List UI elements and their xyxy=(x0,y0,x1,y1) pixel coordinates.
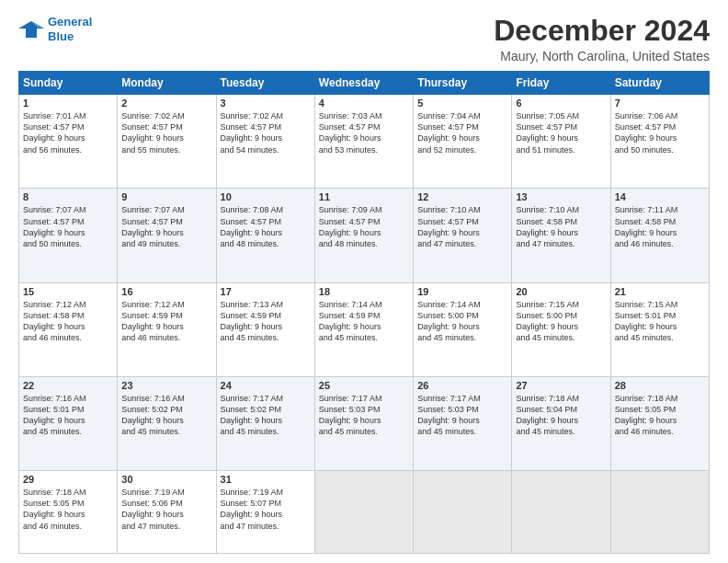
calendar-cell: 17Sunrise: 7:13 AM Sunset: 4:59 PM Dayli… xyxy=(216,282,314,376)
day-number: 30 xyxy=(121,474,211,485)
day-number: 14 xyxy=(615,191,705,202)
day-number: 7 xyxy=(615,98,705,109)
day-info: Sunrise: 7:17 AM Sunset: 5:02 PM Dayligh… xyxy=(221,393,311,438)
day-number: 3 xyxy=(221,98,311,109)
day-info: Sunrise: 7:17 AM Sunset: 5:03 PM Dayligh… xyxy=(417,393,507,438)
logo: General Blue xyxy=(18,15,92,43)
title-area: December 2024 Maury, North Carolina, Uni… xyxy=(494,15,710,63)
day-number: 11 xyxy=(319,191,409,202)
day-number: 4 xyxy=(319,98,409,109)
calendar-cell: 9Sunrise: 7:07 AM Sunset: 4:57 PM Daylig… xyxy=(118,189,216,282)
day-number: 9 xyxy=(121,191,211,202)
day-number: 6 xyxy=(516,98,606,109)
day-info: Sunrise: 7:13 AM Sunset: 4:59 PM Dayligh… xyxy=(221,299,311,344)
day-info: Sunrise: 7:15 AM Sunset: 5:00 PM Dayligh… xyxy=(516,299,606,344)
day-info: Sunrise: 7:11 AM Sunset: 4:58 PM Dayligh… xyxy=(615,204,705,249)
calendar-cell: 10Sunrise: 7:08 AM Sunset: 4:57 PM Dayli… xyxy=(216,189,314,282)
day-number: 22 xyxy=(23,380,113,391)
day-info: Sunrise: 7:05 AM Sunset: 4:57 PM Dayligh… xyxy=(516,110,606,155)
calendar-cell: 19Sunrise: 7:14 AM Sunset: 5:00 PM Dayli… xyxy=(414,282,512,376)
day-number: 28 xyxy=(615,380,705,391)
calendar-cell: 3Sunrise: 7:02 AM Sunset: 4:57 PM Daylig… xyxy=(216,95,314,189)
day-number: 26 xyxy=(417,380,507,391)
calendar-header-friday: Friday xyxy=(512,72,610,95)
calendar-cell: 11Sunrise: 7:09 AM Sunset: 4:57 PM Dayli… xyxy=(314,189,413,282)
calendar-cell: 21Sunrise: 7:15 AM Sunset: 5:01 PM Dayli… xyxy=(610,282,709,376)
day-info: Sunrise: 7:07 AM Sunset: 4:57 PM Dayligh… xyxy=(23,204,113,249)
calendar-week-5: 29Sunrise: 7:18 AM Sunset: 5:05 PM Dayli… xyxy=(19,471,710,554)
day-info: Sunrise: 7:08 AM Sunset: 4:57 PM Dayligh… xyxy=(221,204,311,249)
day-info: Sunrise: 7:15 AM Sunset: 5:01 PM Dayligh… xyxy=(615,299,705,344)
day-number: 12 xyxy=(417,191,507,202)
calendar-cell: 20Sunrise: 7:15 AM Sunset: 5:00 PM Dayli… xyxy=(512,282,610,376)
day-info: Sunrise: 7:18 AM Sunset: 5:04 PM Dayligh… xyxy=(516,393,606,438)
day-number: 21 xyxy=(615,286,705,297)
main-title: December 2024 xyxy=(494,15,710,47)
calendar-cell: 18Sunrise: 7:14 AM Sunset: 4:59 PM Dayli… xyxy=(314,282,413,376)
day-info: Sunrise: 7:02 AM Sunset: 4:57 PM Dayligh… xyxy=(221,110,311,155)
calendar-cell: 4Sunrise: 7:03 AM Sunset: 4:57 PM Daylig… xyxy=(314,95,413,189)
calendar-week-1: 1Sunrise: 7:01 AM Sunset: 4:57 PM Daylig… xyxy=(19,95,710,189)
day-info: Sunrise: 7:19 AM Sunset: 5:06 PM Dayligh… xyxy=(121,487,211,532)
calendar-cell: 30Sunrise: 7:19 AM Sunset: 5:06 PM Dayli… xyxy=(118,471,216,554)
day-info: Sunrise: 7:01 AM Sunset: 4:57 PM Dayligh… xyxy=(23,110,113,155)
calendar-cell: 26Sunrise: 7:17 AM Sunset: 5:03 PM Dayli… xyxy=(414,376,512,470)
day-info: Sunrise: 7:09 AM Sunset: 4:57 PM Dayligh… xyxy=(319,204,409,249)
calendar-cell xyxy=(610,471,709,554)
calendar-cell: 6Sunrise: 7:05 AM Sunset: 4:57 PM Daylig… xyxy=(512,95,610,189)
day-number: 23 xyxy=(121,380,211,391)
day-info: Sunrise: 7:07 AM Sunset: 4:57 PM Dayligh… xyxy=(121,204,211,249)
day-info: Sunrise: 7:10 AM Sunset: 4:58 PM Dayligh… xyxy=(516,204,606,249)
calendar-header-sunday: Sunday xyxy=(19,72,118,95)
day-number: 8 xyxy=(23,191,113,202)
calendar-cell: 13Sunrise: 7:10 AM Sunset: 4:58 PM Dayli… xyxy=(512,189,610,282)
calendar-header-monday: Monday xyxy=(118,72,216,95)
day-info: Sunrise: 7:03 AM Sunset: 4:57 PM Dayligh… xyxy=(319,110,409,155)
calendar-cell: 12Sunrise: 7:10 AM Sunset: 4:57 PM Dayli… xyxy=(414,189,512,282)
day-number: 19 xyxy=(417,286,507,297)
day-info: Sunrise: 7:04 AM Sunset: 4:57 PM Dayligh… xyxy=(417,110,507,155)
day-number: 24 xyxy=(221,380,311,391)
day-number: 25 xyxy=(319,380,409,391)
day-info: Sunrise: 7:18 AM Sunset: 5:05 PM Dayligh… xyxy=(23,487,113,532)
calendar-cell: 31Sunrise: 7:19 AM Sunset: 5:07 PM Dayli… xyxy=(216,471,314,554)
calendar-week-4: 22Sunrise: 7:16 AM Sunset: 5:01 PM Dayli… xyxy=(19,376,710,470)
calendar-cell xyxy=(512,471,610,554)
day-number: 27 xyxy=(516,380,606,391)
day-number: 13 xyxy=(516,191,606,202)
day-number: 10 xyxy=(221,191,311,202)
calendar-header-saturday: Saturday xyxy=(610,72,709,95)
day-info: Sunrise: 7:06 AM Sunset: 4:57 PM Dayligh… xyxy=(615,110,705,155)
day-info: Sunrise: 7:19 AM Sunset: 5:07 PM Dayligh… xyxy=(221,487,311,532)
day-info: Sunrise: 7:12 AM Sunset: 4:59 PM Dayligh… xyxy=(121,299,211,344)
calendar-cell: 25Sunrise: 7:17 AM Sunset: 5:03 PM Dayli… xyxy=(314,376,413,470)
calendar-week-2: 8Sunrise: 7:07 AM Sunset: 4:57 PM Daylig… xyxy=(19,189,710,282)
day-number: 17 xyxy=(221,286,311,297)
day-info: Sunrise: 7:17 AM Sunset: 5:03 PM Dayligh… xyxy=(319,393,409,438)
day-number: 29 xyxy=(23,474,113,485)
day-info: Sunrise: 7:10 AM Sunset: 4:57 PM Dayligh… xyxy=(417,204,507,249)
calendar-header-row: SundayMondayTuesdayWednesdayThursdayFrid… xyxy=(19,72,710,95)
day-number: 15 xyxy=(23,286,113,297)
calendar-cell: 23Sunrise: 7:16 AM Sunset: 5:02 PM Dayli… xyxy=(118,376,216,470)
day-info: Sunrise: 7:16 AM Sunset: 5:02 PM Dayligh… xyxy=(121,393,211,438)
day-number: 1 xyxy=(23,98,113,109)
calendar-cell: 29Sunrise: 7:18 AM Sunset: 5:05 PM Dayli… xyxy=(19,471,118,554)
day-number: 20 xyxy=(516,286,606,297)
calendar-cell: 28Sunrise: 7:18 AM Sunset: 5:05 PM Dayli… xyxy=(610,376,709,470)
day-number: 5 xyxy=(417,98,507,109)
day-info: Sunrise: 7:14 AM Sunset: 4:59 PM Dayligh… xyxy=(319,299,409,344)
calendar-cell: 5Sunrise: 7:04 AM Sunset: 4:57 PM Daylig… xyxy=(414,95,512,189)
calendar-cell: 14Sunrise: 7:11 AM Sunset: 4:58 PM Dayli… xyxy=(610,189,709,282)
calendar-header-tuesday: Tuesday xyxy=(216,72,314,95)
day-info: Sunrise: 7:16 AM Sunset: 5:01 PM Dayligh… xyxy=(23,393,113,438)
day-number: 31 xyxy=(221,474,311,485)
day-info: Sunrise: 7:14 AM Sunset: 5:00 PM Dayligh… xyxy=(417,299,507,344)
calendar-cell: 2Sunrise: 7:02 AM Sunset: 4:57 PM Daylig… xyxy=(118,95,216,189)
calendar-cell: 1Sunrise: 7:01 AM Sunset: 4:57 PM Daylig… xyxy=(19,95,118,189)
day-info: Sunrise: 7:02 AM Sunset: 4:57 PM Dayligh… xyxy=(121,110,211,155)
day-info: Sunrise: 7:18 AM Sunset: 5:05 PM Dayligh… xyxy=(615,393,705,438)
calendar-cell: 15Sunrise: 7:12 AM Sunset: 4:58 PM Dayli… xyxy=(19,282,118,376)
svg-marker-0 xyxy=(18,21,44,38)
calendar-cell xyxy=(414,471,512,554)
